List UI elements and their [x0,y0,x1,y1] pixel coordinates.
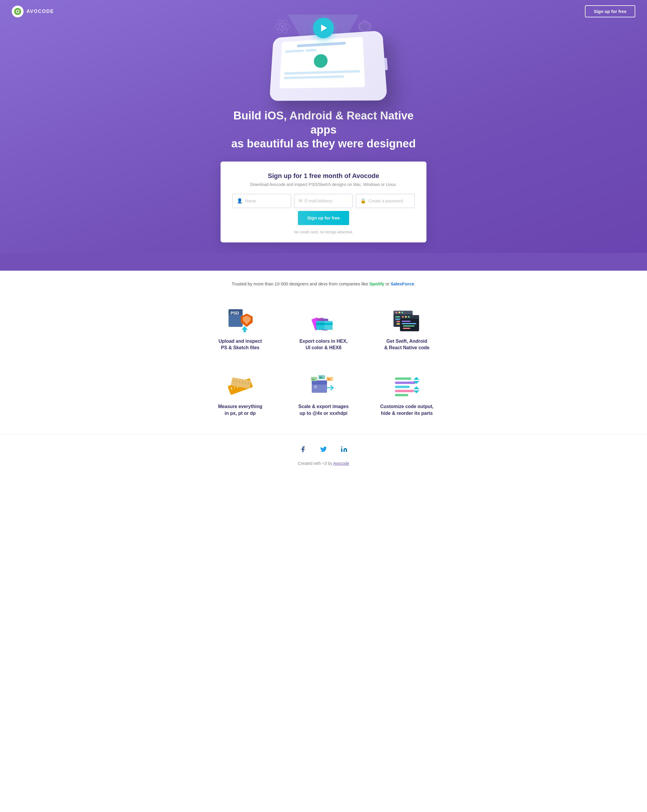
feature-colors-icon-wrap [286,301,361,333]
svg-rect-73 [395,382,416,384]
svg-marker-77 [414,377,419,380]
svg-marker-80 [414,391,419,393]
password-field-wrap: 🔒 [356,194,415,208]
svg-text:2x: 2x [320,376,322,379]
email-icon: ✉ [298,198,302,204]
feature-scale: 1x 2x 3x Scale & export images up to @4x… [286,366,361,417]
svg-text:1x: 1x [312,378,315,381]
svg-line-56 [233,380,234,382]
logo-icon [12,6,24,17]
footer: Created with <3 by Avocode [0,434,647,478]
hero-section: Build iOS, Android & React Native apps a… [0,0,647,253]
svg-rect-72 [395,377,411,380]
screen-circle [314,54,327,68]
signup-form: 👤 ✉ 🔒 Sign up for free [232,194,415,225]
svg-line-60 [245,382,245,384]
svg-rect-76 [395,394,408,396]
trusted-text: Trusted by more than 10 000 designers an… [232,281,416,286]
signup-form-button[interactable]: Sign up for free [298,211,349,225]
svg-point-30 [396,311,397,313]
twitter-icon[interactable] [318,443,329,455]
white-section: Trusted by more than 10 000 designers an… [0,271,647,478]
feature-customize: Customize code output, hide & reorder it… [370,366,444,417]
footer-credit: Created with <3 by Avocode [6,461,641,466]
svg-text:PSD: PSD [231,311,239,315]
svg-point-32 [402,311,403,313]
twitter-svg [320,446,327,453]
psd-sketch-icon: PSD [227,306,254,333]
svg-rect-63 [312,380,327,385]
features-grid: PSD Upload and inspect PS & Sketch files [191,295,456,435]
feature-colors: Export colors in HEX, UI color & HEX8 [286,301,361,351]
avocode-logo-svg [14,8,21,15]
logo-text: AVOCODE [26,9,54,14]
scale-icon: 1x 2x 3x [310,372,337,398]
svg-rect-44 [403,325,415,327]
svg-rect-27 [324,323,333,325]
phone-illustration [262,23,385,100]
spotify-link[interactable]: Spotify [369,281,384,286]
feature-code: Get Swift, Android & React Native code [370,301,444,351]
svg-rect-20 [244,330,246,332]
svg-text:3x: 3x [327,378,330,381]
svg-point-39 [402,316,404,318]
header-signup-button[interactable]: Sign up for free [585,5,635,17]
feature-scale-title: Scale & export images up to @4x or xxxhd… [286,403,361,417]
name-input[interactable] [245,198,287,203]
feature-upload: PSD Upload and inspect PS & Sketch files [203,301,277,351]
svg-point-40 [405,316,407,318]
email-input[interactable] [304,198,349,203]
feature-colors-title: Export colors in HEX, UI color & HEX8 [286,338,361,351]
facebook-icon[interactable] [297,443,309,455]
password-input[interactable] [368,198,410,203]
svg-line-59 [242,381,242,384]
feature-measure: Measure everything in px, pt or dp [203,366,277,417]
feature-code-icon-wrap [370,301,444,333]
trusted-section: Trusted by more than 10 000 designers an… [0,271,647,295]
svg-rect-26 [324,321,333,330]
svg-point-82 [341,446,343,447]
feature-upload-title: Upload and inspect PS & Sketch files [203,338,277,351]
screen-pill-2 [306,49,317,52]
svg-rect-24 [316,321,324,330]
lock-icon: 🔒 [360,198,366,204]
svg-rect-43 [402,323,416,324]
salesforce-link[interactable]: SalesForce [391,281,414,286]
svg-marker-79 [414,386,419,389]
feature-measure-title: Measure everything in px, pt or dp [203,403,277,417]
linkedin-svg [341,446,348,453]
email-field-wrap: ✉ [294,194,353,208]
svg-rect-45 [403,328,410,329]
svg-rect-42 [402,321,411,322]
svg-point-41 [408,316,410,318]
logo: AVOCODE [12,6,54,17]
svg-point-31 [399,311,400,313]
svg-rect-74 [395,386,410,388]
avocode-footer-link[interactable]: Avocode [333,461,349,466]
customize-icon [393,372,420,398]
feature-customize-title: Customize code output, hide & reorder it… [370,403,444,417]
ruler-icon [227,372,254,398]
social-icons [6,443,641,455]
phone-screen [280,37,365,89]
screen-pill-1 [285,50,304,53]
signup-card-subtitle: Download Avocode and inspect PSD/Sketch … [232,182,415,187]
svg-rect-25 [316,323,324,325]
feature-customize-icon-wrap [370,366,444,398]
person-icon: 👤 [237,198,243,204]
feature-upload-icon-wrap: PSD [203,301,277,333]
screen-pill-4 [284,75,344,79]
signup-card-title: Sign up for 1 free month of Avocode [232,172,415,180]
name-field-wrap: 👤 [232,194,291,208]
phone-side-button [384,58,388,70]
hero-headline: Build iOS, Android & React Native apps a… [221,109,426,151]
feature-measure-icon-wrap [203,366,277,398]
svg-point-2 [17,11,18,12]
linkedin-icon[interactable] [338,443,350,455]
svg-line-57 [236,380,237,383]
header: AVOCODE Sign up for free [0,0,647,23]
colors-icon [310,306,337,333]
play-triangle-icon [321,24,327,32]
svg-rect-81 [341,448,343,452]
screen-row-1 [282,45,364,54]
